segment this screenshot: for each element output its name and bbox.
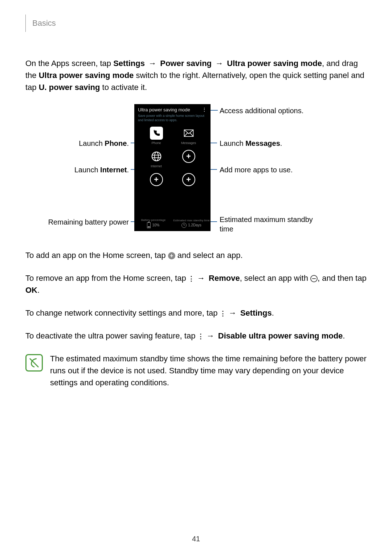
text: OK xyxy=(25,286,37,295)
text: Phone xyxy=(105,139,127,147)
text: , and then tap xyxy=(318,274,367,283)
app-label: Internet xyxy=(151,164,162,168)
battery-status: Battery percentage 10% xyxy=(134,215,172,231)
arrow-icon: → xyxy=(214,59,225,68)
app-messages[interactable]: Messages xyxy=(177,127,200,145)
app-label: Messages xyxy=(181,141,196,145)
phone-screenshot: ⋮ Ultra power saving mode Save power wit… xyxy=(134,104,211,231)
instruction-settings: To change network connectivity settings … xyxy=(25,307,367,319)
figure: Launch Phone. Launch Internet. Remaining… xyxy=(25,104,367,238)
page-number: 41 xyxy=(0,535,392,543)
text-u-power-saving: U. power saving xyxy=(39,83,100,92)
text: Disable ultra power saving mode xyxy=(218,331,343,340)
text: Launch xyxy=(79,139,105,147)
messages-icon xyxy=(182,127,195,140)
text: . xyxy=(127,166,129,174)
phone-icon xyxy=(150,127,163,140)
minus-circle-icon xyxy=(310,275,318,282)
callout-battery: Remaining battery power xyxy=(48,217,129,227)
text: Remove xyxy=(209,274,240,283)
text-settings: Settings xyxy=(113,59,145,68)
svg-point-1 xyxy=(152,152,161,161)
status-value: 1.2Days xyxy=(188,223,201,227)
app-grid: Phone Messages Internet + xyxy=(134,125,211,193)
text: Messages xyxy=(245,139,280,147)
arrow-icon: → xyxy=(227,308,238,317)
status-label: Estimated max standby time xyxy=(173,219,209,222)
status-value: 10% xyxy=(152,223,159,227)
more-options-icon[interactable]: ⋮ xyxy=(202,107,207,112)
instruction-disable: To deactivate the ultra power saving fea… xyxy=(25,330,367,342)
app-internet[interactable]: Internet xyxy=(144,150,168,168)
text: To change network connectivity settings … xyxy=(25,308,220,317)
text: . xyxy=(37,286,40,295)
note-block: The estimated maximum standby time shows… xyxy=(25,353,367,389)
plus-icon: + xyxy=(150,173,163,186)
text: Internet xyxy=(100,166,127,174)
add-app-slot[interactable]: + xyxy=(177,150,200,168)
text: Access additional options. xyxy=(220,107,303,115)
add-app-slot[interactable]: + xyxy=(144,173,168,191)
text: to activate it. xyxy=(100,83,147,92)
callout-internet: Launch Internet. xyxy=(74,165,129,175)
clock-icon xyxy=(181,223,187,228)
status-label: Battery percentage xyxy=(141,218,166,222)
add-app-slot[interactable]: + xyxy=(177,173,200,191)
text: Launch xyxy=(220,139,245,147)
callout-options: Access additional options. xyxy=(220,106,303,115)
text: , select an app with xyxy=(240,274,310,283)
text-ultra-mode-2: Ultra power saving mode xyxy=(39,71,134,80)
callout-phone: Launch Phone. xyxy=(79,139,129,148)
screen-subtitle: Save power with a simple home screen lay… xyxy=(134,114,211,125)
note-text: The estimated maximum standby time shows… xyxy=(50,353,367,389)
section-header: Basics xyxy=(25,15,367,32)
battery-icon xyxy=(147,222,151,228)
text: Remaining battery power xyxy=(48,218,129,226)
callout-add-more: Add more apps to use. xyxy=(220,165,293,175)
svg-point-2 xyxy=(154,152,158,161)
text: . xyxy=(272,308,274,317)
app-phone[interactable]: Phone xyxy=(144,127,168,145)
callout-standby: Estimated maximum standby time xyxy=(220,215,321,234)
more-icon: ⋮ xyxy=(188,274,193,284)
text: . xyxy=(343,331,345,340)
app-label: Phone xyxy=(151,141,161,145)
status-bar: Battery percentage 10% Estimated max sta… xyxy=(134,215,211,231)
text: Launch xyxy=(74,166,100,174)
text: . xyxy=(280,139,282,147)
section-title: Basics xyxy=(32,19,56,28)
plus-circle-icon: + xyxy=(168,252,175,259)
note-icon xyxy=(25,354,43,372)
standby-status: Estimated max standby time 1.2Days xyxy=(172,215,211,231)
more-icon: ⋮ xyxy=(220,309,225,319)
intro-paragraph: On the Apps screen, tap Settings → Power… xyxy=(25,57,367,93)
arrow-icon: → xyxy=(205,331,216,340)
text: To remove an app from the Home screen, t… xyxy=(25,274,188,283)
text: Add more apps to use. xyxy=(220,166,293,174)
globe-icon xyxy=(150,150,163,163)
text-power-saving: Power saving xyxy=(160,59,212,68)
plus-icon: + xyxy=(182,173,195,186)
text-ultra-mode: Ultra power saving mode xyxy=(227,59,322,68)
arrow-icon: → xyxy=(196,274,207,283)
instruction-remove: To remove an app from the Home screen, t… xyxy=(25,272,367,296)
instruction-add: To add an app on the Home screen, tap + … xyxy=(25,249,367,261)
text: . xyxy=(127,139,129,147)
plus-icon: + xyxy=(182,150,195,163)
text: On the Apps screen, tap xyxy=(25,59,113,68)
screen-title: Ultra power saving mode xyxy=(134,104,211,114)
more-icon: ⋮ xyxy=(198,332,203,341)
arrow-icon: → xyxy=(147,59,158,68)
text: To add an app on the Home screen, tap xyxy=(25,251,168,260)
text: Estimated maximum standby time xyxy=(220,216,313,233)
text: To deactivate the ultra power saving fea… xyxy=(25,331,198,340)
callout-messages: Launch Messages. xyxy=(220,139,282,148)
text: Settings xyxy=(240,308,272,317)
text: and select an app. xyxy=(177,251,243,260)
